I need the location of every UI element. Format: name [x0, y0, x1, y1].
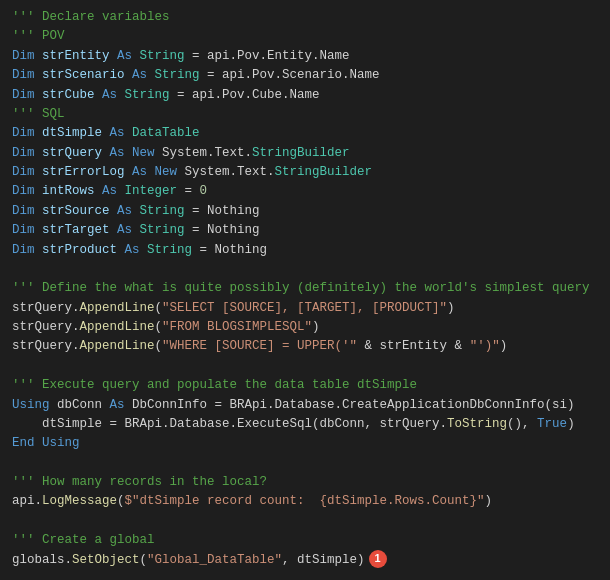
code-token-type: String: [140, 223, 185, 237]
code-token-plain: [132, 204, 140, 218]
code-line: ''' SQL: [12, 105, 598, 124]
code-token-plain: [117, 243, 125, 257]
code-token-keyword: Dim: [12, 146, 42, 160]
code-token-keyword: Using: [12, 398, 50, 412]
code-token-plain: (: [155, 301, 163, 315]
code-token-plain: [102, 126, 110, 140]
code-line: [12, 260, 598, 279]
code-token-keyword: As New: [110, 146, 155, 160]
code-token-plain: ): [500, 339, 508, 353]
code-token-plain: globals.: [12, 553, 72, 567]
code-line: strQuery.AppendLine("WHERE [SOURCE] = UP…: [12, 337, 598, 356]
code-token-variable: strErrorLog: [42, 165, 125, 179]
code-token-plain: [110, 49, 118, 63]
code-line: Dim strErrorLog As New System.Text.Strin…: [12, 163, 598, 182]
code-token-keyword: As New: [132, 165, 177, 179]
code-line: dtSimple = BRApi.Database.ExecuteSql(dbC…: [12, 415, 598, 434]
code-token-plain: (: [155, 339, 163, 353]
code-token-plain: [110, 204, 118, 218]
code-token-plain: dtSimple = BRApi.Database.ExecuteSql(dbC…: [12, 417, 447, 431]
code-token-plain: ): [447, 301, 455, 315]
code-token-plain: dbConn: [50, 398, 110, 412]
code-token-keyword: As: [110, 126, 125, 140]
code-token-variable: intRows: [42, 184, 95, 198]
code-token-plain: [110, 223, 118, 237]
code-token-variable: strScenario: [42, 68, 125, 82]
code-token-type: DataTable: [132, 126, 200, 140]
code-token-plain: strQuery.: [12, 301, 80, 315]
code-token-type: StringBuilder: [275, 165, 373, 179]
code-token-plain: [132, 49, 140, 63]
code-line: Dim strTarget As String = Nothing: [12, 221, 598, 240]
code-token-method: AppendLine: [80, 339, 155, 353]
code-token-keyword: Dim: [12, 49, 42, 63]
code-token-keyword: Dim: [12, 126, 42, 140]
code-token-plain: [132, 223, 140, 237]
code-token-plain: [102, 146, 110, 160]
code-token-variable: strCube: [42, 88, 95, 102]
code-line: Dim strCube As String = api.Pov.Cube.Nam…: [12, 86, 598, 105]
code-token-plain: (: [117, 494, 125, 508]
code-token-plain: System.Text.: [177, 165, 275, 179]
code-token-plain: =: [192, 243, 215, 257]
code-token-plain: = api.Pov.Entity.Name: [185, 49, 350, 63]
code-line: Using dbConn As DbConnInfo = BRApi.Datab…: [12, 396, 598, 415]
code-token-plain: =: [177, 184, 200, 198]
code-token-nothing: Nothing: [207, 204, 260, 218]
code-token-string: "WHERE [SOURCE] = UPPER('": [162, 339, 357, 353]
code-token-plain: [147, 68, 155, 82]
code-token-nothing: Nothing: [207, 223, 260, 237]
code-token-plain: strQuery.: [12, 320, 80, 334]
code-token-method: SetObject: [72, 553, 140, 567]
code-token-type: String: [125, 88, 170, 102]
code-token-plain: [117, 184, 125, 198]
code-token-plain: strQuery.: [12, 339, 80, 353]
code-token-plain: System.Text.: [155, 146, 253, 160]
code-token-string: "Global_DataTable": [147, 553, 282, 567]
code-token-string: "FROM BLOGSIMPLESQL": [162, 320, 312, 334]
code-token-plain: [95, 88, 103, 102]
code-token-string: "')": [470, 339, 500, 353]
code-token-plain: , dtSimple): [282, 553, 365, 567]
code-token-plain: = api.Pov.Cube.Name: [170, 88, 320, 102]
code-line: Dim strEntity As String = api.Pov.Entity…: [12, 47, 598, 66]
code-token-keyword: As: [102, 184, 117, 198]
code-token-variable: strTarget: [42, 223, 110, 237]
code-token-plain: [125, 165, 133, 179]
code-token-plain: ): [312, 320, 320, 334]
code-line: Dim intRows As Integer = 0: [12, 182, 598, 201]
code-token-keyword: Dim: [12, 165, 42, 179]
code-line: ''' Declare variables: [12, 8, 598, 27]
code-editor: ''' Declare variables''' POVDim strEntit…: [0, 0, 610, 580]
code-token-number: 0: [200, 184, 208, 198]
code-token-keyword: As: [117, 223, 132, 237]
code-token-keyword: True: [537, 417, 567, 431]
code-line: Dim strProduct As String = Nothing: [12, 241, 598, 260]
code-token-plain: api.: [12, 494, 42, 508]
code-token-plain: [140, 243, 148, 257]
code-token-type: String: [140, 49, 185, 63]
code-line: api.LogMessage($"dtSimple record count: …: [12, 492, 598, 511]
code-token-type: String: [155, 68, 200, 82]
code-line: Dim dtSimple As DataTable: [12, 124, 598, 143]
code-token-string: $"dtSimple record count: {dtSimple.Rows.…: [125, 494, 485, 508]
code-line: Dim strSource As String = Nothing: [12, 202, 598, 221]
code-token-method: AppendLine: [80, 301, 155, 315]
code-line: ''' Define the what is quite possibly (d…: [12, 279, 598, 298]
code-token-plain: =: [185, 223, 208, 237]
code-line: Dim strQuery As New System.Text.StringBu…: [12, 144, 598, 163]
code-token-keyword: As: [117, 49, 132, 63]
code-line: End Using: [12, 434, 598, 453]
code-token-variable: strSource: [42, 204, 110, 218]
code-token-keyword: Dim: [12, 223, 42, 237]
code-token-keyword: Dim: [12, 243, 42, 257]
code-token-type: String: [147, 243, 192, 257]
code-line: Dim strScenario As String = api.Pov.Scen…: [12, 66, 598, 85]
code-token-keyword: As: [117, 204, 132, 218]
code-token-plain: =: [185, 204, 208, 218]
code-line: [12, 512, 598, 531]
code-token-plain: (: [155, 320, 163, 334]
code-token-plain: [125, 68, 133, 82]
code-line: ''' How many records in the local?: [12, 473, 598, 492]
code-token-string: "SELECT [SOURCE], [TARGET], [PRODUCT]": [162, 301, 447, 315]
